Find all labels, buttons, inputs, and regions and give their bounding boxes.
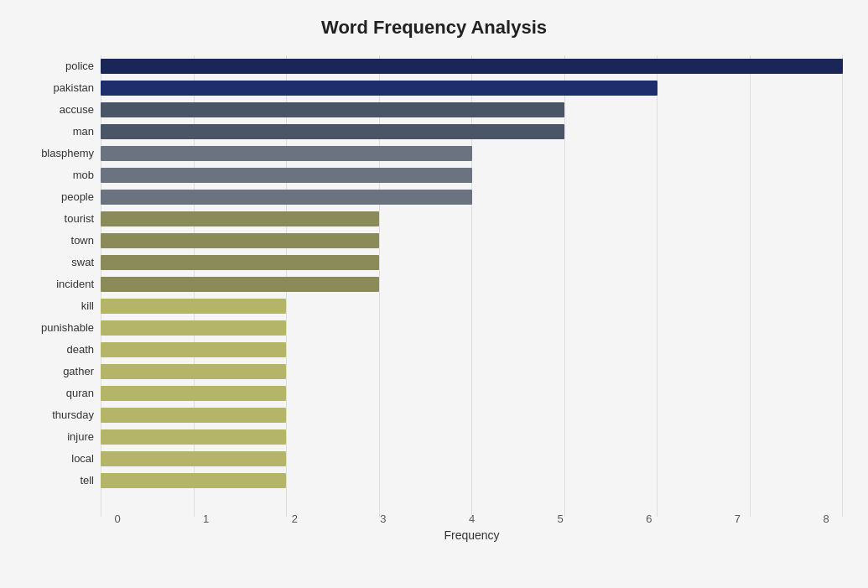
bar	[101, 342, 286, 357]
bar-row	[101, 273, 843, 295]
x-tick: 5	[543, 513, 577, 525]
bar-row	[101, 143, 843, 164]
x-tick: 4	[455, 513, 489, 525]
bar	[101, 364, 286, 379]
bar-row	[101, 252, 843, 273]
x-tick: 1	[190, 513, 223, 525]
bar-row	[101, 448, 843, 470]
bar	[101, 255, 379, 270]
bar	[101, 233, 379, 248]
bar	[101, 81, 657, 96]
y-label: injure	[25, 426, 101, 448]
y-label: man	[25, 121, 101, 143]
bar-row	[101, 77, 843, 99]
bar-row	[101, 186, 843, 208]
bar-row	[101, 361, 843, 382]
y-label: kill	[25, 295, 101, 317]
bar	[101, 386, 286, 401]
bars-section: 012345678 Frequency	[101, 55, 843, 542]
x-tick: 0	[101, 513, 134, 525]
bar-row	[101, 404, 843, 426]
x-tick: 6	[632, 513, 666, 525]
bar-row	[101, 470, 843, 492]
bar	[101, 451, 286, 466]
y-label: gather	[25, 361, 101, 382]
y-label: incident	[25, 273, 101, 295]
y-label: thursday	[25, 404, 101, 426]
y-labels: policepakistanaccusemanblasphemymobpeopl…	[25, 55, 101, 542]
bar-row	[101, 99, 843, 121]
y-label: quran	[25, 382, 101, 404]
y-label: local	[25, 448, 101, 470]
x-tick: 8	[809, 513, 843, 525]
bar	[101, 429, 286, 445]
bar-row	[101, 339, 843, 361]
x-axis-label: Frequency	[101, 528, 843, 542]
x-tick: 7	[720, 513, 754, 525]
bar	[101, 124, 564, 139]
bars-wrapper	[101, 55, 843, 509]
bar-row	[101, 208, 843, 230]
x-axis: 012345678	[101, 513, 843, 525]
y-label: swat	[25, 252, 101, 273]
y-label: punishable	[25, 317, 101, 339]
bar-row	[101, 55, 843, 77]
bar	[101, 146, 472, 161]
x-tick: 2	[278, 513, 311, 525]
bar	[101, 59, 843, 74]
chart-title: Word Frequency Analysis	[25, 17, 843, 39]
bar	[101, 190, 472, 205]
chart-container: Word Frequency Analysis policepakistanac…	[0, 0, 868, 588]
y-label: pakistan	[25, 77, 101, 99]
y-label: tell	[25, 470, 101, 492]
bar	[101, 277, 379, 292]
y-label: death	[25, 339, 101, 361]
bar-row	[101, 426, 843, 448]
bar	[101, 211, 379, 226]
bar	[101, 408, 286, 423]
bar-row	[101, 382, 843, 404]
bar	[101, 102, 564, 117]
bar-row	[101, 121, 843, 143]
y-label: mob	[25, 164, 101, 186]
bar	[101, 168, 472, 183]
bar-row	[101, 230, 843, 252]
chart-area: policepakistanaccusemanblasphemymobpeopl…	[25, 55, 843, 542]
bar-row	[101, 295, 843, 317]
bar	[101, 473, 286, 488]
bar-row	[101, 317, 843, 339]
y-label: people	[25, 186, 101, 208]
y-label: town	[25, 230, 101, 252]
x-tick: 3	[366, 513, 400, 525]
y-label: tourist	[25, 208, 101, 230]
bar-row	[101, 164, 843, 186]
y-label: accuse	[25, 99, 101, 121]
bar	[101, 299, 286, 314]
y-label: blasphemy	[25, 143, 101, 164]
bar	[101, 320, 286, 336]
y-label: police	[25, 55, 101, 77]
